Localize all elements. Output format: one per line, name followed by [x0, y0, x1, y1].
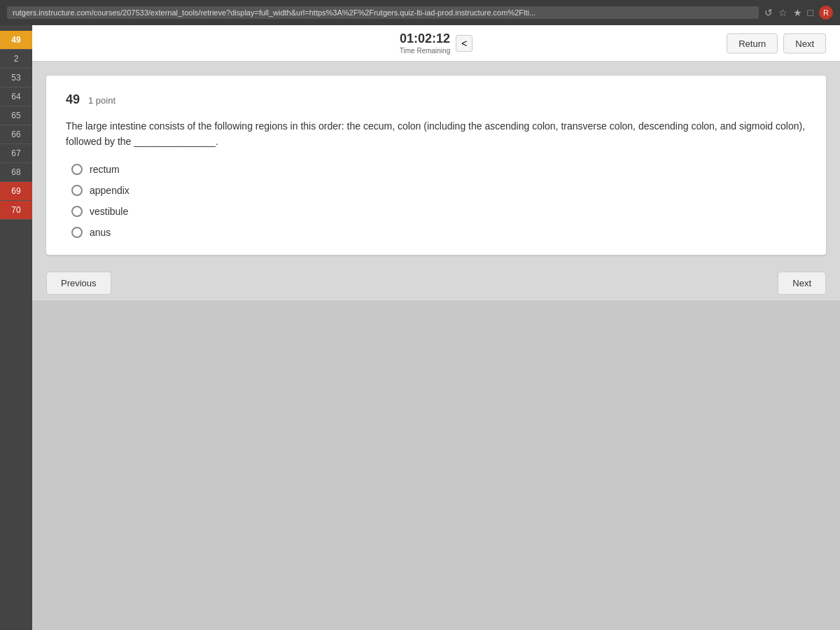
- answer-option-appendix[interactable]: appendix: [71, 185, 806, 196]
- quiz-wrapper: 49 2 53 64 65 66 67 68 69 70 01:02:12 Ti…: [0, 25, 840, 630]
- return-button[interactable]: Return: [727, 33, 778, 53]
- next-button-top[interactable]: Next: [783, 33, 826, 53]
- timer-section: 01:02:12 Time Remaining: [400, 31, 450, 55]
- timer-value: 01:02:12: [400, 31, 450, 46]
- lower-area: [32, 300, 840, 630]
- star-icon[interactable]: ☆: [778, 7, 788, 18]
- pin-icon[interactable]: ★: [793, 7, 802, 18]
- profile-icon[interactable]: R: [819, 6, 833, 20]
- question-panel: 49 1 point The large intestine consists …: [46, 76, 826, 255]
- sidebar-item-64[interactable]: 64: [0, 88, 32, 106]
- sidebar-item-69[interactable]: 69: [0, 182, 32, 201]
- question-text: The large intestine consists of the foll…: [66, 118, 806, 150]
- bottom-nav: Previous Next: [46, 266, 826, 300]
- answer-option-anus[interactable]: anus: [71, 227, 806, 238]
- sidebar-item-66[interactable]: 66: [0, 125, 32, 144]
- collapse-button[interactable]: <: [456, 35, 472, 52]
- reload-icon[interactable]: ↺: [764, 7, 773, 18]
- answer-label-rectum: rectum: [90, 164, 120, 175]
- answer-label-anus: anus: [90, 227, 111, 238]
- answer-label-vestibule: vestibule: [90, 206, 128, 217]
- browser-bar: rutgers.instructure.com/courses/207533/e…: [0, 0, 840, 25]
- radio-appendix[interactable]: [71, 185, 83, 196]
- question-number: 49: [66, 92, 80, 107]
- url-bar[interactable]: rutgers.instructure.com/courses/207533/e…: [7, 6, 759, 19]
- answer-label-appendix: appendix: [90, 185, 130, 196]
- top-nav-buttons: Return Next: [727, 33, 826, 53]
- main-content: 01:02:12 Time Remaining < Return Next 49…: [32, 25, 840, 630]
- sidebar-item-68[interactable]: 68: [0, 163, 32, 182]
- answer-option-vestibule[interactable]: vestibule: [71, 206, 806, 217]
- sidebar-item-70[interactable]: 70: [0, 201, 32, 220]
- previous-button[interactable]: Previous: [46, 272, 111, 295]
- next-button-bottom[interactable]: Next: [778, 272, 826, 295]
- radio-rectum[interactable]: [71, 164, 83, 175]
- question-points: 1 point: [88, 95, 115, 106]
- browser-icons: ↺ ☆ ★ □ R: [764, 6, 833, 20]
- radio-anus[interactable]: [71, 227, 83, 238]
- sidebar-item-65[interactable]: 65: [0, 106, 32, 125]
- answer-option-rectum[interactable]: rectum: [71, 164, 806, 175]
- answer-options: rectum appendix vestibule anus: [71, 164, 806, 238]
- top-nav: 01:02:12 Time Remaining < Return Next: [32, 25, 840, 62]
- window-icon[interactable]: □: [808, 7, 813, 18]
- timer-label: Time Remaining: [400, 47, 450, 55]
- radio-vestibule[interactable]: [71, 206, 83, 217]
- sidebar-item-53[interactable]: 53: [0, 69, 32, 88]
- sidebar-item-67[interactable]: 67: [0, 144, 32, 163]
- question-header: 49 1 point: [66, 92, 806, 107]
- question-sidebar: 49 2 53 64 65 66 67 68 69 70: [0, 25, 32, 630]
- sidebar-item-2[interactable]: 2: [0, 50, 32, 69]
- sidebar-item-49[interactable]: 49: [0, 31, 32, 50]
